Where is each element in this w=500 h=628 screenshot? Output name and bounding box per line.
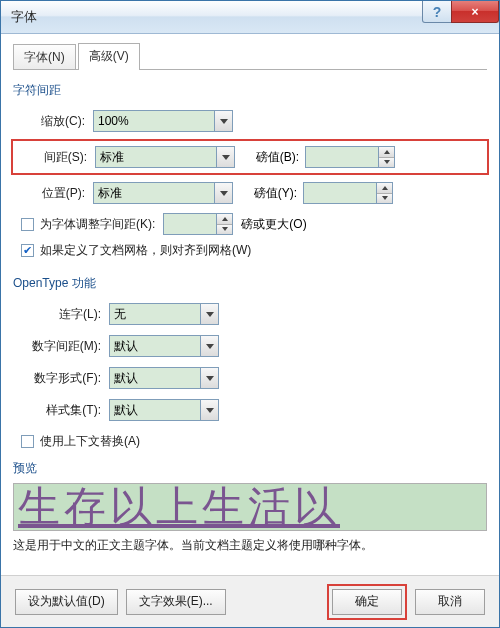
close-icon: × — [471, 5, 478, 19]
numforms-label: 数字形式(F): — [13, 370, 109, 387]
chevron-down-icon — [200, 336, 218, 356]
set-default-button[interactable]: 设为默认值(D) — [15, 589, 118, 615]
ok-button[interactable]: 确定 — [332, 589, 402, 615]
contextual-checkbox[interactable] — [21, 435, 34, 448]
ligatures-combo[interactable]: 无 — [109, 303, 219, 325]
spin-up-icon — [217, 214, 232, 225]
chevron-down-icon — [216, 147, 234, 167]
scale-value: 100% — [94, 114, 214, 128]
position-value: 标准 — [94, 185, 214, 202]
tab-strip: 字体(N) 高级(V) — [13, 44, 487, 70]
stylistic-value: 默认 — [110, 402, 200, 419]
kerning-row: 为字体调整字间距(K): 磅或更大(O) — [13, 211, 487, 237]
ok-highlight: 确定 — [327, 584, 407, 620]
position-row: 位置(P): 标准 磅值(Y): — [13, 179, 487, 207]
position-combo[interactable]: 标准 — [93, 182, 233, 204]
stylistic-combo[interactable]: 默认 — [109, 399, 219, 421]
dialog-body: 字体(N) 高级(V) 字符间距 缩放(C): 100% 间距(S): 标准 — [1, 34, 499, 577]
text-effects-button[interactable]: 文字效果(E)... — [126, 589, 226, 615]
numspacing-label: 数字间距(M): — [13, 338, 109, 355]
cancel-button[interactable]: 取消 — [415, 589, 485, 615]
chevron-down-icon — [200, 400, 218, 420]
numforms-value: 默认 — [110, 370, 200, 387]
kerning-spinner[interactable] — [163, 213, 233, 235]
spacing-highlight: 间距(S): 标准 磅值(B): — [11, 139, 489, 175]
spin-down-icon — [379, 158, 394, 168]
spacing-label: 间距(S): — [15, 149, 95, 166]
opentype-title: OpenType 功能 — [13, 275, 487, 292]
tab-font[interactable]: 字体(N) — [13, 44, 76, 69]
spacing-combo[interactable]: 标准 — [95, 146, 235, 168]
snapgrid-label: 如果定义了文档网格，则对齐到网格(W) — [40, 242, 251, 259]
position-label: 位置(P): — [13, 185, 93, 202]
spinner-buttons[interactable] — [378, 147, 394, 167]
kerning-unit: 磅或更大(O) — [241, 216, 306, 233]
titlebar[interactable]: 字体 ? × — [1, 1, 499, 34]
ligatures-label: 连字(L): — [13, 306, 109, 323]
position-by-spinner[interactable] — [303, 182, 393, 204]
char-spacing-title: 字符间距 — [13, 82, 487, 99]
spin-up-icon — [377, 183, 392, 194]
close-button[interactable]: × — [451, 1, 499, 23]
position-by-label: 磅值(Y): — [233, 185, 303, 202]
preview-desc: 这是用于中文的正文主题字体。当前文档主题定义将使用哪种字体。 — [13, 537, 487, 554]
numspacing-combo[interactable]: 默认 — [109, 335, 219, 357]
ligatures-value: 无 — [110, 306, 200, 323]
dialog-footer: 设为默认值(D) 文字效果(E)... 确定 取消 — [1, 575, 499, 627]
window-buttons: ? × — [422, 1, 499, 23]
preview-sample: 生存以上生活以 — [18, 483, 340, 531]
spinner-buttons[interactable] — [376, 183, 392, 203]
help-icon: ? — [433, 4, 442, 20]
numspacing-value: 默认 — [110, 338, 200, 355]
snapgrid-row: ✔ 如果定义了文档网格，则对齐到网格(W) — [13, 237, 487, 263]
chevron-down-icon — [200, 368, 218, 388]
numspacing-row: 数字间距(M): 默认 — [13, 332, 487, 360]
char-spacing-section: 字符间距 缩放(C): 100% 间距(S): 标准 磅值(B): — [13, 82, 487, 263]
kerning-label: 为字体调整字间距(K): — [40, 216, 155, 233]
font-dialog: 字体 ? × 字体(N) 高级(V) 字符间距 缩放(C): 100% 间距(S… — [0, 0, 500, 628]
spin-down-icon — [217, 225, 232, 235]
spin-up-icon — [379, 147, 394, 158]
preview-title: 预览 — [13, 460, 487, 477]
scale-row: 缩放(C): 100% — [13, 107, 487, 135]
preview-box: 生存以上生活以 — [13, 483, 487, 531]
spacing-value: 标准 — [96, 149, 216, 166]
kerning-checkbox[interactable] — [21, 218, 34, 231]
spin-down-icon — [377, 194, 392, 204]
contextual-label: 使用上下文替换(A) — [40, 433, 140, 450]
contextual-row: 使用上下文替换(A) — [13, 428, 487, 454]
spinner-buttons[interactable] — [216, 214, 232, 234]
stylistic-label: 样式集(T): — [13, 402, 109, 419]
spacing-by-spinner[interactable] — [305, 146, 395, 168]
snapgrid-checkbox[interactable]: ✔ — [21, 244, 34, 257]
chevron-down-icon — [214, 183, 232, 203]
stylistic-row: 样式集(T): 默认 — [13, 396, 487, 424]
chevron-down-icon — [200, 304, 218, 324]
scale-label: 缩放(C): — [13, 113, 93, 130]
numforms-combo[interactable]: 默认 — [109, 367, 219, 389]
spacing-by-label: 磅值(B): — [235, 149, 305, 166]
scale-combo[interactable]: 100% — [93, 110, 233, 132]
opentype-section: OpenType 功能 连字(L): 无 数字间距(M): 默认 数字形式(F)… — [13, 275, 487, 454]
help-button[interactable]: ? — [422, 1, 452, 23]
tab-advanced[interactable]: 高级(V) — [78, 43, 140, 70]
ligatures-row: 连字(L): 无 — [13, 300, 487, 328]
numforms-row: 数字形式(F): 默认 — [13, 364, 487, 392]
chevron-down-icon — [214, 111, 232, 131]
window-title: 字体 — [11, 8, 37, 26]
spacing-row: 间距(S): 标准 磅值(B): — [15, 143, 485, 171]
